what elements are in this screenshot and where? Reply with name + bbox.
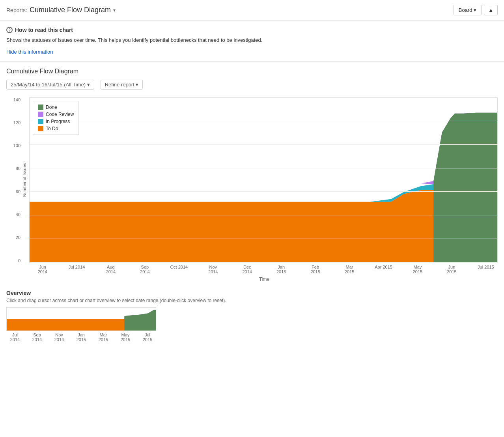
x-label-sep2014: Sep2014 xyxy=(133,265,157,274)
chart-and-xaxis: Number of Issues xyxy=(22,97,498,282)
y-label-20: 20 xyxy=(16,235,21,240)
overview-x-labels: Jul2014 Sep2014 Nov2014 Jan2015 Mar2015 … xyxy=(6,332,156,342)
main-chart-wrap: 0 20 40 60 80 100 120 140 Number of Issu… xyxy=(6,97,498,282)
x-label-oct2014: Oct 2014 xyxy=(167,265,191,274)
x-label-jan2015: Jan2015 xyxy=(269,265,293,274)
x-axis-title: Time xyxy=(31,276,498,282)
x-label-mar2015: Mar2015 xyxy=(338,265,361,274)
reports-label: Reports: xyxy=(6,7,27,13)
ov-x-jan2015: Jan2015 xyxy=(73,332,90,342)
y-label-60: 60 xyxy=(16,189,21,194)
main-chart-area[interactable]: Done Code Review In Progress To Do xyxy=(29,97,498,263)
date-range-button[interactable]: 25/May/14 to 16/Jul/15 (All Time) ▾ xyxy=(6,80,94,90)
overview-done xyxy=(124,310,156,330)
x-label-feb2015: Feb2015 xyxy=(304,265,327,274)
legend-label-done: Done xyxy=(46,105,57,110)
legend-label-codereview: Code Review xyxy=(46,112,74,117)
x-label-apr2015: Apr 2015 xyxy=(372,265,396,274)
ov-x-sep2014: Sep2014 xyxy=(28,332,46,342)
x-label-nov2014: Nov2014 xyxy=(201,265,225,274)
header-left: Reports: Cumulative Flow Diagram ▾ xyxy=(6,6,116,14)
legend-color-done xyxy=(38,105,43,110)
x-label-aug2014: Aug2014 xyxy=(99,265,123,274)
ov-x-jul2014: Jul2014 xyxy=(6,332,24,342)
overview-chart-wrap: Jul2014 Sep2014 Nov2014 Jan2015 Mar2015 … xyxy=(6,307,156,342)
divider xyxy=(0,61,504,62)
y-axis-label: Number of Issues xyxy=(22,163,27,197)
overview-chart[interactable] xyxy=(6,307,156,331)
info-title-row: ? How to read this chart xyxy=(6,27,498,33)
hide-info-link[interactable]: Hide this information xyxy=(6,49,53,55)
info-description: Shows the statuses of issues over time. … xyxy=(6,36,498,44)
legend-item-codereview: Code Review xyxy=(38,112,74,117)
y-label-140: 140 xyxy=(13,97,21,102)
legend-item-done: Done xyxy=(38,105,74,110)
x-label-jun2015: Jun2015 xyxy=(440,265,463,274)
y-label-0: 0 xyxy=(18,258,21,263)
overview-title: Overview xyxy=(6,290,498,296)
ov-x-mar2015: Mar2015 xyxy=(95,332,112,342)
x-label-may2015: May2015 xyxy=(406,265,429,274)
legend-color-codereview xyxy=(38,112,43,117)
board-button[interactable]: Board ▾ xyxy=(454,5,482,15)
x-label-jul2015: Jul 2015 xyxy=(474,265,498,274)
collapse-button[interactable]: ▲ xyxy=(484,5,498,15)
y-label-120: 120 xyxy=(13,120,21,125)
x-label-jul2014: Jul 2014 xyxy=(65,265,88,274)
header-bar: Reports: Cumulative Flow Diagram ▾ Board… xyxy=(0,0,504,21)
x-label-jun2014: Jun2014 xyxy=(31,265,54,274)
help-icon: ? xyxy=(6,27,13,33)
y-label-80: 80 xyxy=(16,166,21,171)
overview-svg xyxy=(7,308,156,331)
chart-title: Cumulative Flow Diagram xyxy=(6,68,498,75)
legend-item-inprogress: In Progress xyxy=(38,119,74,124)
info-section: ? How to read this chart Shows the statu… xyxy=(0,21,504,55)
header-right: Board ▾ ▲ xyxy=(454,5,498,15)
page-title: Cumulative Flow Diagram xyxy=(30,6,111,14)
legend-color-inprogress xyxy=(38,119,43,124)
info-title: How to read this chart xyxy=(15,27,73,33)
chart-section: Cumulative Flow Diagram 25/May/14 to 16/… xyxy=(0,68,504,282)
legend-label-todo: To Do xyxy=(46,126,58,131)
overview-section: Overview Click and drag cursor across ch… xyxy=(0,290,504,342)
controls-row: 25/May/14 to 16/Jul/15 (All Time) ▾ Refi… xyxy=(6,80,498,90)
x-axis-labels: Jun2014 Jul 2014 Aug2014 Sep2014 Oct 201… xyxy=(31,263,498,274)
refine-report-button[interactable]: Refine report ▾ xyxy=(101,80,143,90)
legend-color-todo xyxy=(38,126,43,131)
ov-x-jul2015: Jul2015 xyxy=(139,332,156,342)
title-caret-icon[interactable]: ▾ xyxy=(113,7,116,13)
ov-x-nov2014: Nov2014 xyxy=(50,332,68,342)
legend-label-inprogress: In Progress xyxy=(46,119,70,124)
y-label-100: 100 xyxy=(13,143,21,148)
y-label-40: 40 xyxy=(16,212,21,217)
legend-item-todo: To Do xyxy=(38,126,74,131)
chart-legend: Done Code Review In Progress To Do xyxy=(33,101,79,135)
x-label-dec2014: Dec2014 xyxy=(235,265,259,274)
grid-lines xyxy=(30,98,497,263)
ov-x-may2015: May2015 xyxy=(117,332,134,342)
overview-description: Click and drag cursor across chart or ch… xyxy=(6,298,498,303)
